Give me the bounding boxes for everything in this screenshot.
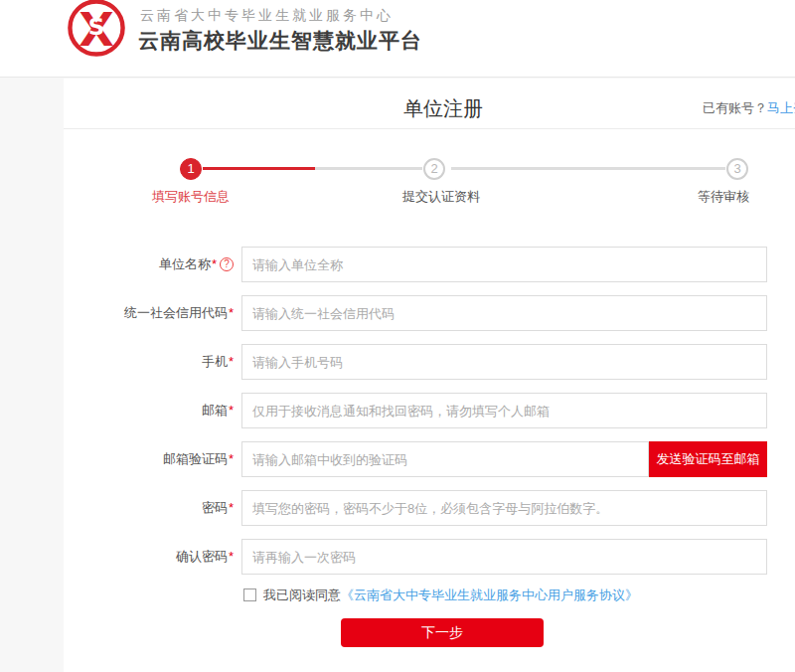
password-input[interactable] xyxy=(241,490,767,526)
org-name-line: 云南省大中专毕业生就业服务中心 xyxy=(140,7,394,25)
page: X S 云南省大中专毕业生就业服务中心 云南高校毕业生智慧就业平台 单位注册 已… xyxy=(0,0,795,672)
login-link[interactable]: 马上登录 xyxy=(767,100,795,115)
label-text: 密码 xyxy=(202,500,228,515)
agreement-row: 我已阅读同意《云南省大中专毕业生就业服务中心用户服务协议》 xyxy=(243,587,638,604)
agreement-checkbox[interactable] xyxy=(243,588,256,601)
email-code-input[interactable] xyxy=(241,441,649,477)
step-1-circle: 1 xyxy=(180,158,202,180)
required-mark: * xyxy=(229,354,234,369)
page-title: 单位注册 xyxy=(0,95,795,122)
required-mark: * xyxy=(229,500,234,515)
step-1-label: 填写账号信息 xyxy=(111,188,270,206)
form-row-password: 密码* xyxy=(0,490,795,526)
help-icon[interactable]: ? xyxy=(220,257,234,271)
field-label-confirm-password: 确认密码* xyxy=(0,539,234,575)
required-mark: * xyxy=(229,549,234,564)
step-3-label: 等待审核 xyxy=(644,188,795,206)
agreement-link[interactable]: 《云南省大中专毕业生就业服务中心用户服务协议》 xyxy=(341,588,638,602)
form-row-confirm-password: 确认密码* xyxy=(0,539,795,575)
company-name-input[interactable] xyxy=(241,247,767,282)
form-row-company-name: 单位名称*? xyxy=(0,247,795,282)
next-step-button[interactable]: 下一步 xyxy=(341,618,544,647)
confirm-password-input[interactable] xyxy=(241,539,767,575)
field-label-phone: 手机* xyxy=(0,344,234,380)
step-2-circle: 2 xyxy=(423,158,445,180)
required-mark: * xyxy=(212,256,217,271)
phone-input[interactable] xyxy=(241,344,767,380)
label-text: 统一社会信用代码 xyxy=(124,305,228,320)
platform-name-line: 云南高校毕业生智慧就业平台 xyxy=(138,27,422,55)
credit-code-input[interactable] xyxy=(241,295,767,331)
label-text: 手机 xyxy=(202,354,228,369)
progress-line-1-2 xyxy=(315,167,422,170)
required-mark: * xyxy=(229,451,234,466)
progress-line-2-3 xyxy=(451,167,725,170)
label-text: 邮箱 xyxy=(202,403,228,418)
agreement-text: 我已阅读同意 xyxy=(263,588,341,602)
field-label-password: 密码* xyxy=(0,490,234,526)
email-input[interactable] xyxy=(241,393,767,428)
field-label-company-name: 单位名称*? xyxy=(0,247,234,282)
form-row-credit-code: 统一社会信用代码* xyxy=(0,295,795,331)
label-text: 确认密码 xyxy=(176,549,228,564)
field-label-email: 邮箱* xyxy=(0,393,234,428)
site-header: X S 云南省大中专毕业生就业服务中心 云南高校毕业生智慧就业平台 xyxy=(0,0,795,78)
step-2-label: 提交认证资料 xyxy=(362,188,521,206)
login-prompt-text: 已有账号？ xyxy=(703,100,767,115)
site-logo-icon: X S xyxy=(66,0,127,59)
step-3-circle: 3 xyxy=(726,158,748,180)
required-mark: * xyxy=(229,305,234,320)
required-mark: * xyxy=(229,403,234,418)
form-row-phone: 手机* xyxy=(0,344,795,380)
label-text: 单位名称 xyxy=(159,256,211,271)
label-text: 邮箱验证码 xyxy=(163,451,228,466)
field-label-credit-code: 统一社会信用代码* xyxy=(0,295,234,331)
login-area: 已有账号？马上登录 xyxy=(703,99,795,117)
svg-text:S: S xyxy=(88,14,105,40)
send-code-button[interactable]: 发送验证码至邮箱 xyxy=(649,441,767,477)
form-row-email-code: 邮箱验证码* 发送验证码至邮箱 xyxy=(0,441,795,477)
progress-line-active xyxy=(203,167,315,170)
form-row-email: 邮箱* xyxy=(0,393,795,428)
field-label-email-code: 邮箱验证码* xyxy=(0,441,234,477)
